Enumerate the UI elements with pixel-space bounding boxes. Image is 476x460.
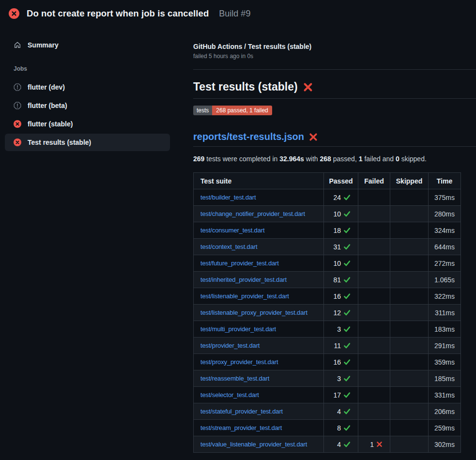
summary-segment: 0 <box>396 155 399 163</box>
column-header-passed: Passed <box>324 173 358 189</box>
table-row: test/selector_test.dart 17 331ms <box>194 387 461 403</box>
suite-link[interactable]: test/stream_provider_test.dart <box>200 424 282 431</box>
failed-cell <box>358 272 390 288</box>
suite-link[interactable]: test/listenable_proxy_provider_test.dart <box>200 309 307 316</box>
skipped-cell <box>390 239 429 255</box>
suite-link[interactable]: test/inherited_provider_test.dart <box>200 276 287 283</box>
suite-cell: test/stream_provider_test.dart <box>194 420 324 436</box>
main-content: GitHub Actions / Test results (stable) f… <box>193 27 476 453</box>
report-file-heading: reports/test-results.json <box>193 131 476 147</box>
summary-segment: with <box>304 155 320 163</box>
report-section-title: Test results (stable) <box>193 80 298 93</box>
column-header-skipped: Skipped <box>390 173 429 189</box>
check-icon <box>343 342 351 349</box>
status-icon <box>14 120 21 128</box>
time-value: 302ms <box>434 441 455 448</box>
table-row: test/inherited_provider_test.dart 81 1.0… <box>194 272 461 288</box>
suite-link[interactable]: test/change_notifier_provider_test.dart <box>200 210 305 217</box>
failed-cell <box>358 403 390 420</box>
summary-segment: 269 <box>193 155 204 163</box>
skipped-cell <box>390 305 429 321</box>
passed-count: 81 <box>333 276 341 284</box>
column-header-failed: Failed <box>358 173 390 189</box>
failed-cell <box>358 321 390 337</box>
check-icon <box>343 358 351 366</box>
failed-count: 1 <box>370 441 374 448</box>
passed-count: 3 <box>337 325 341 333</box>
table-row: test/reassemble_test.dart 3 185ms <box>194 370 461 387</box>
suite-link[interactable]: test/multi_provider_test.dart <box>200 325 276 333</box>
report-file-link[interactable]: reports/test-results.json <box>193 131 304 142</box>
suite-link[interactable]: test/future_provider_test.dart <box>200 260 279 267</box>
time-cell: 206ms <box>429 403 461 420</box>
skipped-cell <box>390 255 429 272</box>
failed-cell <box>358 420 390 436</box>
table-row: test/change_notifier_provider_test.dart … <box>194 206 461 222</box>
suite-link[interactable]: test/proxy_provider_test.dart <box>200 358 278 366</box>
suite-cell: test/selector_test.dart <box>194 387 324 403</box>
table-row: test/value_listenable_provider_test.dart… <box>194 436 461 453</box>
time-value: 280ms <box>434 210 455 218</box>
suite-cell: test/provider_test.dart <box>194 337 324 354</box>
summary-segment: failed and <box>363 155 396 163</box>
status-icon <box>14 102 21 109</box>
time-cell: 183ms <box>429 321 461 337</box>
table-row: test/listenable_provider_test.dart 16 32… <box>194 288 461 305</box>
section-divider <box>193 69 476 70</box>
tests-badge: tests 268 passed, 1 failed <box>193 106 272 115</box>
column-header-time: Time <box>429 173 461 189</box>
time-value: 324ms <box>434 227 455 234</box>
check-icon <box>343 260 351 267</box>
suite-link[interactable]: test/context_test.dart <box>200 243 257 250</box>
check-icon <box>343 194 351 201</box>
sidebar-job-item[interactable]: flutter (beta) <box>5 97 170 114</box>
time-value: 183ms <box>434 325 455 333</box>
stop-exclamation-icon <box>14 83 21 91</box>
suite-link[interactable]: test/provider_test.dart <box>200 342 260 349</box>
sidebar-job-item[interactable]: Test results (stable) <box>5 134 170 151</box>
skipped-cell <box>390 222 429 239</box>
failed-cell <box>358 288 390 305</box>
passed-count: 16 <box>333 358 341 366</box>
failed-cell <box>358 337 390 354</box>
suite-link[interactable]: test/stateful_provider_test.dart <box>200 408 283 415</box>
suite-link[interactable]: test/listenable_provider_test.dart <box>200 292 289 300</box>
passed-cell: 3 <box>324 321 358 337</box>
skipped-cell <box>390 403 429 420</box>
passed-cell: 10 <box>324 206 358 222</box>
sidebar-job-item[interactable]: flutter (dev) <box>5 78 170 96</box>
skipped-cell <box>390 387 429 403</box>
failed-cell <box>358 255 390 272</box>
suite-link[interactable]: test/builder_test.dart <box>200 194 256 201</box>
passed-count: 11 <box>334 342 341 350</box>
suite-link[interactable]: test/value_listenable_provider_test.dart <box>200 441 307 448</box>
suite-cell: test/context_test.dart <box>194 239 324 255</box>
time-value: 311ms <box>435 309 455 317</box>
failed-cell <box>358 305 390 321</box>
passed-count: 18 <box>333 227 341 234</box>
run-title: Do not create report when job is cancell… <box>27 8 209 19</box>
suite-link[interactable]: test/reassemble_test.dart <box>200 375 269 382</box>
failed-cell <box>358 206 390 222</box>
skipped-cell <box>390 370 429 387</box>
sidebar: Summary Jobs flutter (dev) flutter (beta… <box>0 27 193 152</box>
table-row: test/consumer_test.dart 18 324ms <box>194 222 461 239</box>
passed-cell: 16 <box>324 288 358 305</box>
passed-count: 3 <box>337 375 341 383</box>
time-cell: 322ms <box>429 288 461 305</box>
time-value: 359ms <box>434 358 455 366</box>
table-row: test/stream_provider_test.dart 8 259ms <box>194 420 461 436</box>
time-value: 644ms <box>434 243 455 251</box>
failed-cell <box>358 387 390 403</box>
sidebar-job-item[interactable]: flutter (stable) <box>5 115 170 133</box>
suite-cell: test/reassemble_test.dart <box>194 370 324 387</box>
suite-link[interactable]: test/consumer_test.dart <box>200 227 264 234</box>
time-cell: 1.065s <box>429 272 461 288</box>
passed-cell: 4 <box>324 436 358 453</box>
failed-cell <box>358 239 390 255</box>
passed-cell: 12 <box>324 305 358 321</box>
sidebar-item-summary[interactable]: Summary <box>5 36 170 54</box>
suite-link[interactable]: test/selector_test.dart <box>200 391 259 399</box>
table-row: test/future_provider_test.dart 10 272ms <box>194 255 461 272</box>
summary-segment: passed, <box>331 155 359 163</box>
